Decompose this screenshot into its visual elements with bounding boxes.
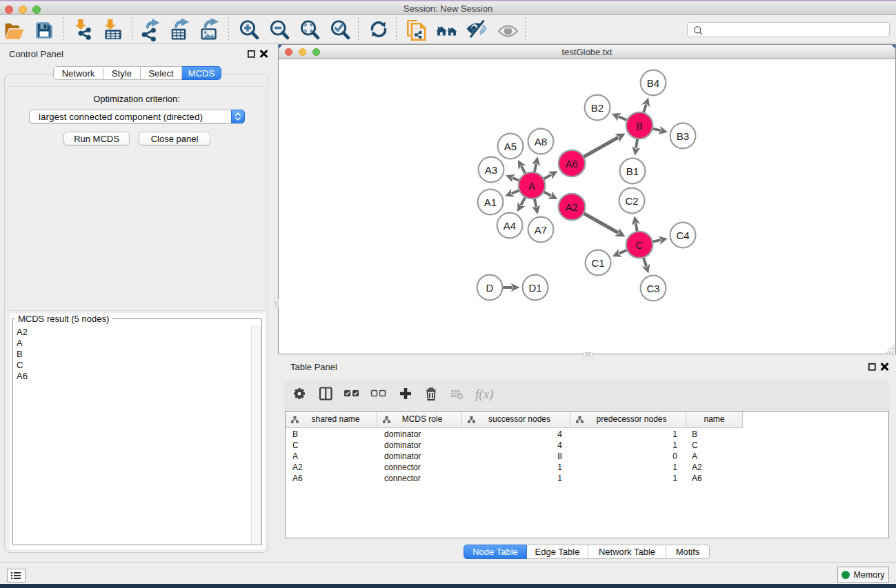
svg-text:C4: C4	[676, 230, 689, 241]
svg-text:A6: A6	[566, 158, 578, 170]
svg-text:A1: A1	[484, 196, 497, 208]
svg-text:C1: C1	[591, 257, 604, 269]
svg-text:A7: A7	[535, 224, 547, 236]
svg-text:C3: C3	[646, 283, 659, 294]
svg-text:A5: A5	[504, 141, 517, 152]
svg-text:B4: B4	[647, 77, 659, 89]
svg-text:B2: B2	[591, 102, 604, 114]
svg-text:A8: A8	[535, 136, 547, 148]
svg-text:A3: A3	[485, 164, 497, 176]
svg-text:B3: B3	[677, 130, 689, 142]
svg-text:f(x): f(x)	[475, 387, 493, 402]
svg-text:A4: A4	[504, 220, 516, 232]
svg-text:A: A	[528, 180, 535, 192]
svg-text:A2: A2	[566, 201, 578, 213]
svg-text:B: B	[636, 120, 643, 132]
svg-text:C2: C2	[625, 195, 638, 207]
svg-text:C: C	[636, 239, 644, 251]
svg-text:B1: B1	[626, 165, 639, 177]
svg-text:D: D	[486, 282, 494, 294]
svg-text:D1: D1	[528, 282, 541, 294]
